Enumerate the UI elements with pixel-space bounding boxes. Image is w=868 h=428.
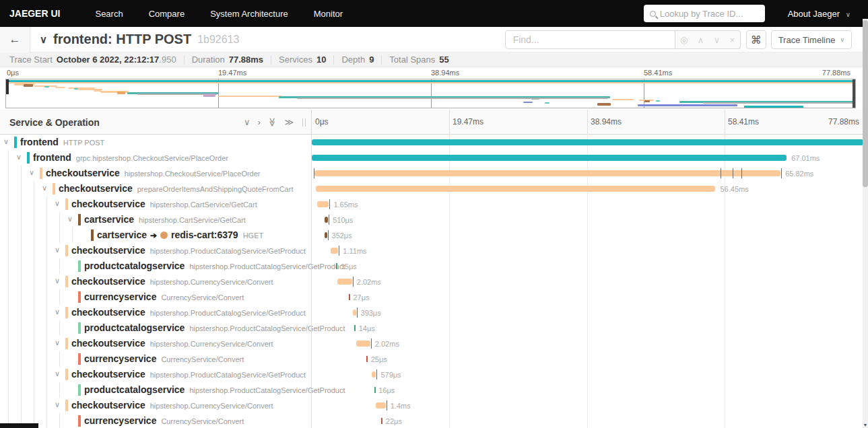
span-row-bar[interactable]: 393μs (312, 305, 863, 320)
minimap-canvas[interactable] (5, 79, 856, 108)
expand-all-icon[interactable]: ≫ (284, 117, 294, 127)
span-duration-bar[interactable] (372, 371, 376, 378)
span-duration-bar[interactable] (336, 263, 337, 269)
find-input[interactable] (505, 30, 675, 49)
span-duration-bar[interactable] (312, 139, 863, 145)
row-chevron-down-icon[interactable]: ∨ (15, 153, 23, 162)
span-row-bar[interactable]: 1.4ms (312, 398, 863, 413)
span-duration-bar[interactable] (331, 248, 338, 254)
span-row-label[interactable]: ∨frontendHTTP POST (0, 135, 311, 150)
span-row-label[interactable]: ∨checkoutservicehipstershop.ProductCatal… (0, 367, 311, 382)
row-chevron-down-icon[interactable]: ∨ (53, 277, 61, 285)
span-duration-bar[interactable] (337, 279, 352, 285)
nav-item-system-architecture[interactable]: System Architecture (210, 9, 288, 19)
match-target-icon[interactable]: ◎ (680, 35, 688, 45)
indent-guide (59, 212, 60, 227)
span-row-bar[interactable]: 27μs (312, 289, 863, 305)
span-row-label[interactable]: ∨checkoutservicehipstershop.CurrencyServ… (0, 398, 311, 413)
expand-one-icon[interactable]: › (257, 117, 260, 127)
back-button[interactable]: ← (0, 27, 30, 52)
row-chevron-down-icon[interactable]: ∨ (53, 308, 61, 316)
span-row-bar[interactable]: 510μs (312, 212, 863, 227)
span-row-bar[interactable]: 65.82ms (312, 166, 863, 181)
span-row-label[interactable]: currencyserviceCurrencyService/Convert (0, 289, 311, 305)
span-row-label[interactable]: currencyserviceCurrencyService/Convert (0, 351, 311, 367)
row-chevron-down-icon[interactable]: ∨ (53, 246, 61, 254)
row-chevron-down-icon[interactable]: ∨ (53, 369, 61, 378)
trace-lookup-input[interactable] (660, 9, 759, 19)
row-chevron-down-icon[interactable]: ∨ (28, 168, 36, 177)
about-jaeger-menu[interactable]: About Jaeger ∨ (788, 9, 850, 19)
span-row-bar[interactable]: 14μs (312, 320, 863, 336)
span-row-bar[interactable]: 2.02ms (312, 336, 863, 351)
span-row-label[interactable]: ∨cartservicehipstershop.CartService/GetC… (0, 212, 311, 227)
row-chevron-down-icon[interactable]: ∨ (53, 199, 61, 208)
span-row-bar[interactable]: 16μs (312, 382, 863, 398)
span-row-bar[interactable]: 25μs (312, 351, 863, 367)
collapse-one-icon[interactable]: ∨ (244, 117, 251, 127)
span-row-label[interactable]: currencyserviceCurrencyService/Convert (0, 413, 311, 428)
span-row-label[interactable]: productcatalogservicehipstershop.Product… (0, 258, 311, 274)
vertical-scrollbar[interactable]: ▼ (863, 19, 868, 428)
service-name-text: currencyservice (84, 353, 156, 364)
span-row-label[interactable]: ∨checkoutserviceprepareOrderItemsAndShip… (0, 181, 311, 197)
span-row-bar[interactable] (312, 135, 863, 150)
span-duration-bar[interactable] (317, 201, 329, 207)
span-row-bar[interactable]: 1.11ms (312, 243, 863, 258)
prev-match-icon[interactable]: ∧ (698, 35, 704, 45)
span-row-label[interactable]: ∨checkoutservicehipstershop.CheckoutServ… (0, 166, 311, 181)
row-chevron-down-icon[interactable]: ∨ (66, 215, 74, 223)
span-row-bar[interactable]: 15μs (312, 258, 863, 274)
span-row-label[interactable]: productcatalogservicehipstershop.Product… (0, 320, 311, 336)
trace-collapse-chevron-icon[interactable]: ∨ (40, 34, 47, 46)
span-row-label[interactable]: cartservice➔redis-cart:6379HGET (0, 227, 311, 243)
span-row-bar[interactable]: 1.65ms (312, 197, 863, 212)
span-row-bar[interactable]: 352μs (312, 227, 863, 243)
span-duration-bar[interactable] (354, 325, 356, 331)
collapse-all-icon[interactable]: ≫ (267, 118, 277, 127)
vertical-scrollbar-thumb[interactable] (863, 20, 868, 187)
row-chevron-down-icon[interactable]: ∨ (53, 400, 61, 409)
span-duration-bar[interactable] (366, 356, 368, 362)
indent-guide (46, 243, 47, 258)
span-duration-bar[interactable] (316, 186, 716, 192)
minimap-left-scrubber[interactable] (6, 79, 9, 94)
span-duration-bar[interactable] (356, 341, 370, 347)
span-row-bar[interactable]: 579μs (312, 367, 863, 382)
scroll-down-arrow-icon[interactable]: ▼ (863, 423, 868, 427)
brand-logo[interactable]: JAEGER UI (9, 8, 60, 19)
minimap-right-scrubber[interactable] (853, 79, 855, 108)
span-duration-bar[interactable] (312, 155, 787, 161)
span-row-label[interactable]: ∨checkoutservicehipstershop.CartService/… (0, 197, 311, 212)
nav-item-search[interactable]: Search (95, 9, 123, 19)
span-duration-bar[interactable] (374, 387, 376, 393)
span-duration-bar[interactable] (314, 170, 780, 176)
span-row-bar[interactable]: 56.45ms (312, 181, 863, 197)
span-row-bar[interactable]: 22μs (312, 413, 863, 428)
span-row-label[interactable]: ∨checkoutservicehipstershop.ProductCatal… (0, 305, 311, 320)
span-duration-bar[interactable] (376, 402, 386, 408)
next-match-icon[interactable]: ∨ (714, 35, 721, 45)
span-duration-bar[interactable] (325, 217, 328, 223)
nav-item-compare[interactable]: Compare (149, 9, 185, 19)
span-row-label[interactable]: ∨checkoutservicehipstershop.ProductCatal… (0, 243, 311, 258)
row-chevron-down-icon[interactable]: ∨ (40, 184, 48, 192)
column-resize-handle[interactable] (302, 118, 306, 127)
span-row-label[interactable]: ∨checkoutservicehipstershop.CurrencyServ… (0, 336, 311, 351)
span-duration-bar[interactable] (381, 418, 382, 424)
span-row-bar[interactable]: 2.02ms (312, 274, 863, 289)
span-row-label[interactable]: productcatalogservicehipstershop.Product… (0, 382, 311, 398)
horizontal-scrollbar-thumb[interactable] (0, 423, 38, 428)
span-row-label[interactable]: ∨frontendgrpc.hipstershop.CheckoutServic… (0, 150, 311, 166)
span-row-bar[interactable]: 67.01ms (312, 150, 863, 166)
trace-view-select[interactable]: Trace Timeline ∨ (771, 30, 852, 49)
row-chevron-down-icon[interactable]: ∨ (53, 338, 61, 347)
row-chevron-down-icon[interactable]: ∨ (2, 137, 10, 146)
keyboard-shortcuts-button[interactable]: ⌘ (746, 30, 766, 49)
clear-find-icon[interactable]: × (730, 35, 735, 45)
span-duration-bar[interactable] (349, 294, 350, 300)
span-row-label[interactable]: ∨checkoutservicehipstershop.CurrencyServ… (0, 274, 311, 289)
span-duration-bar[interactable] (353, 310, 356, 316)
span-duration-bar[interactable] (325, 232, 327, 238)
nav-item-monitor[interactable]: Monitor (314, 9, 343, 19)
